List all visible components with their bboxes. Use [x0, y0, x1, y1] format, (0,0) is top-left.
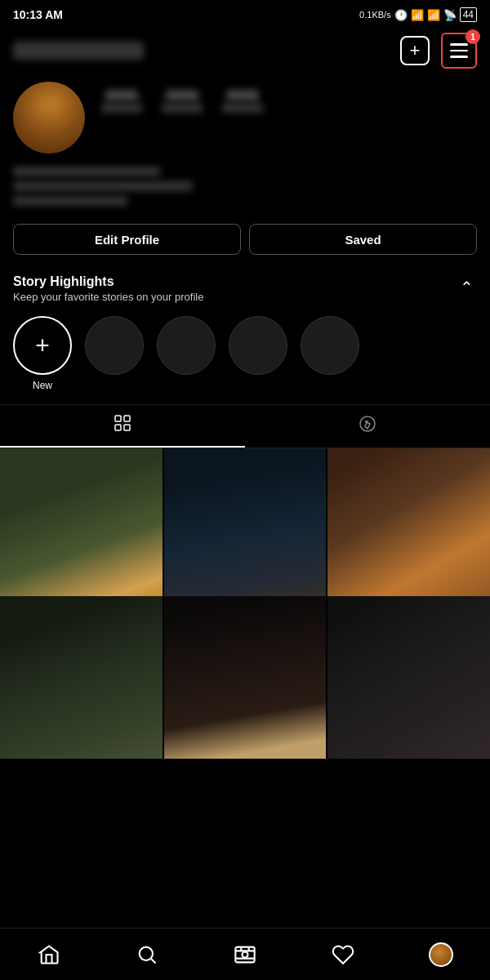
nav-heart[interactable] — [322, 935, 364, 974]
wifi-icon: 📡 — [443, 9, 457, 21]
highlight-item-3[interactable] — [229, 316, 287, 391]
photo-5[interactable] — [164, 596, 327, 759]
highlights-header: Story Highlights Keep your favorite stor… — [0, 268, 490, 306]
grid-icon — [113, 413, 132, 438]
clock-icon: 🕐 — [394, 9, 408, 21]
status-time: 10:13 AM — [13, 8, 63, 21]
highlights-collapse-button[interactable]: ⌃ — [457, 274, 477, 301]
signal-icon: 📶 — [411, 9, 424, 21]
photo-1[interactable] — [0, 448, 163, 611]
nav-icons: + 1 — [397, 33, 477, 69]
action-buttons: Edit Profile Saved — [0, 224, 490, 268]
notification-badge: 1 — [466, 29, 480, 44]
photo-grid — [0, 448, 490, 742]
saved-button[interactable]: Saved — [249, 224, 477, 255]
bio-description — [13, 181, 193, 191]
highlights-subtitle: Keep your favorite stories on your profi… — [13, 291, 203, 303]
avatar-container[interactable] — [13, 82, 85, 154]
nav-profile[interactable] — [420, 935, 462, 974]
svg-rect-3 — [124, 425, 130, 430]
bio-link — [13, 196, 127, 206]
highlights-row: + New — [0, 306, 490, 404]
avatar — [13, 82, 85, 154]
followers-stat[interactable] — [162, 90, 203, 113]
profile-stats — [101, 82, 263, 113]
svg-point-7 — [243, 951, 248, 957]
following-stat[interactable] — [222, 90, 263, 113]
bottom-nav — [0, 928, 490, 980]
photo-2[interactable] — [164, 448, 327, 611]
posts-stat[interactable] — [101, 90, 142, 113]
username-display — [13, 42, 144, 60]
bio-name — [13, 167, 160, 176]
profile-avatar-nav — [429, 942, 453, 967]
nav-search[interactable] — [126, 935, 168, 974]
photo-4[interactable] — [0, 596, 163, 759]
battery-icon: 44 — [460, 7, 477, 22]
photo-6[interactable] — [327, 596, 490, 759]
svg-rect-6 — [235, 947, 254, 962]
add-post-button[interactable]: + — [397, 33, 433, 69]
menu-icon: 1 — [441, 33, 477, 69]
tagged-icon — [358, 414, 377, 439]
highlight-new[interactable]: + New — [13, 316, 72, 391]
bio-section — [0, 163, 490, 224]
highlight-item-1[interactable] — [85, 316, 144, 391]
svg-rect-2 — [115, 425, 121, 430]
content-tabs — [0, 404, 490, 448]
edit-profile-button[interactable]: Edit Profile — [13, 224, 241, 255]
add-icon: + — [400, 36, 430, 65]
signal2-icon: 📶 — [427, 9, 440, 21]
tab-tagged[interactable] — [245, 405, 490, 448]
highlight-item-2[interactable] — [157, 316, 216, 391]
svg-rect-1 — [124, 416, 130, 421]
tab-grid[interactable] — [0, 405, 245, 448]
add-highlight-icon: + — [35, 333, 50, 358]
status-icons: 0.1KB/s 🕐 📶 📶 📡 44 — [359, 7, 477, 22]
status-bar: 10:13 AM 0.1KB/s 🕐 📶 📶 📡 44 — [0, 0, 490, 29]
top-nav: + 1 — [0, 29, 490, 75]
svg-point-5 — [140, 947, 153, 960]
highlights-title: Story Highlights — [13, 274, 203, 289]
menu-button[interactable]: 1 — [441, 33, 477, 69]
nav-home[interactable] — [28, 935, 70, 974]
highlight-new-label: New — [33, 380, 52, 391]
svg-rect-0 — [115, 416, 121, 421]
highlight-item-4[interactable] — [301, 316, 359, 391]
network-speed: 0.1KB/s — [359, 10, 391, 20]
nav-reels[interactable] — [224, 935, 266, 974]
photo-3[interactable] — [327, 448, 490, 611]
profile-section — [0, 75, 490, 163]
